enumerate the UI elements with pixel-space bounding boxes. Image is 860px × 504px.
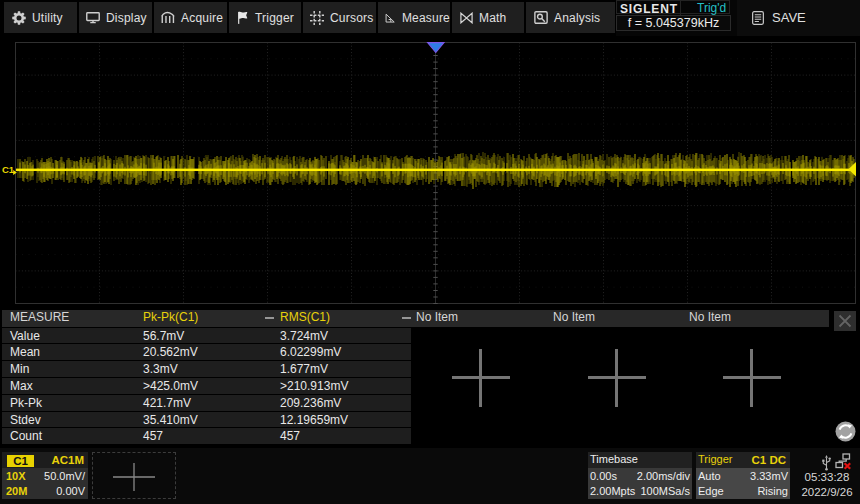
svg-text:SIGLENT: SIGLENT (620, 2, 678, 15)
svg-text:C1: C1 (2, 164, 15, 175)
